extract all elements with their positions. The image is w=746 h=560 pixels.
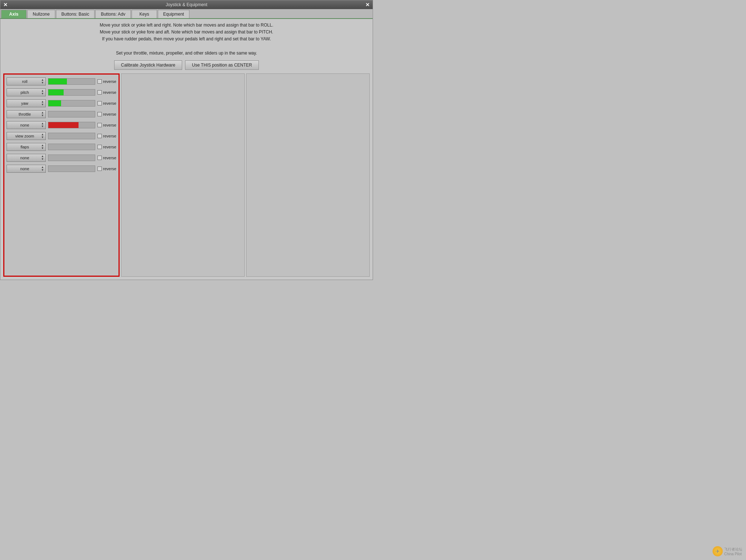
tab-equipment[interactable]: Equipment	[158, 10, 189, 18]
reverse-box-6: reverse	[97, 145, 116, 149]
axis-bar-container-8	[48, 165, 95, 172]
axis-select-arrows-8[interactable]: ▲▼	[41, 166, 44, 172]
reverse-checkbox-6[interactable]	[97, 145, 102, 149]
reverse-checkbox-8[interactable]	[97, 167, 102, 171]
axis-select-text-8: none	[8, 167, 41, 171]
axis-select-text-1: pitch	[8, 90, 41, 95]
axis-select-arrows-1[interactable]: ▲▼	[41, 89, 44, 95]
tab-bar: AxisNullzoneButtons: BasicButtons: AdvKe…	[0, 9, 373, 19]
axis-row-7: none▲▼reverse	[7, 153, 116, 163]
axis-select-arrows-3[interactable]: ▲▼	[41, 111, 44, 117]
reverse-box-1: reverse	[97, 90, 116, 95]
instructions: Move your stick or yoke left and right. …	[3, 22, 370, 57]
axis-select-4[interactable]: none▲▼	[7, 121, 46, 129]
axis-row-1: pitch▲▼reverse	[7, 88, 116, 97]
action-buttons: Calibrate Joystick Hardware Use THIS pos…	[3, 60, 370, 70]
axis-bar-container-3	[48, 111, 95, 117]
axis-select-text-0: roll	[8, 79, 41, 84]
reverse-label-3: reverse	[103, 112, 116, 116]
axis-select-text-7: none	[8, 156, 41, 160]
reverse-checkbox-5[interactable]	[97, 134, 102, 138]
axis-select-text-3: throttle	[8, 112, 41, 116]
axis-row-6: flaps▲▼reverse	[7, 142, 116, 152]
reverse-checkbox-2[interactable]	[97, 101, 102, 105]
reverse-box-8: reverse	[97, 167, 116, 171]
axis-select-text-6: flaps	[8, 145, 41, 149]
panel-center	[121, 73, 245, 277]
axis-select-8[interactable]: none▲▼	[7, 165, 46, 173]
tab-nullzone[interactable]: Nullzone	[27, 10, 55, 18]
axis-select-5[interactable]: view zoom▲▼	[7, 132, 46, 140]
axis-bar-1	[48, 89, 64, 95]
tab-buttons--adv[interactable]: Buttons: Adv	[95, 10, 131, 18]
reverse-label-4: reverse	[103, 123, 116, 127]
reverse-box-0: reverse	[97, 79, 116, 84]
reverse-label-5: reverse	[103, 134, 116, 138]
axis-select-arrows-6[interactable]: ▲▼	[41, 144, 44, 150]
close-left-icon[interactable]: ✕	[3, 2, 8, 8]
tab-buttons--basic[interactable]: Buttons: Basic	[56, 10, 95, 18]
close-right-icon[interactable]: ✕	[365, 2, 370, 8]
reverse-label-0: reverse	[103, 79, 116, 84]
axis-bar-container-0	[48, 78, 95, 85]
axis-select-arrows-0[interactable]: ▲▼	[41, 79, 44, 84]
instruction-line1: Move your stick or yoke left and right. …	[3, 22, 370, 29]
axis-bar-0	[48, 79, 67, 84]
reverse-label-6: reverse	[103, 145, 116, 149]
tab-axis[interactable]: Axis	[1, 10, 27, 18]
reverse-label-7: reverse	[103, 156, 116, 160]
tab-keys[interactable]: Keys	[132, 10, 157, 18]
content-area: Move your stick or yoke left and right. …	[0, 19, 373, 280]
axis-select-arrows-2[interactable]: ▲▼	[41, 100, 44, 106]
axis-row-0: roll▲▼reverse	[7, 77, 116, 86]
reverse-checkbox-4[interactable]	[97, 123, 102, 127]
reverse-label-2: reverse	[103, 101, 116, 105]
axis-select-arrows-7[interactable]: ▲▼	[41, 155, 44, 161]
reverse-box-4: reverse	[97, 123, 116, 127]
axis-select-6[interactable]: flaps▲▼	[7, 143, 46, 151]
reverse-checkbox-1[interactable]	[97, 90, 102, 95]
axis-row-3: throttle▲▼reverse	[7, 109, 116, 119]
axis-select-text-5: view zoom	[8, 134, 41, 138]
axis-bar-container-7	[48, 155, 95, 161]
axis-row-4: none▲▼reverse	[7, 120, 116, 130]
main-window: ✕ Joystick & Equipment ✕ AxisNullzoneBut…	[0, 0, 373, 280]
reverse-box-5: reverse	[97, 134, 116, 138]
reverse-box-7: reverse	[97, 156, 116, 160]
axis-bar-container-5	[48, 133, 95, 139]
axis-select-7[interactable]: none▲▼	[7, 154, 46, 162]
reverse-checkbox-7[interactable]	[97, 156, 102, 160]
instruction-line4: Set your throttle, mixture, propeller, a…	[3, 50, 370, 57]
instruction-line2: Move your stick or yoke fore and aft. No…	[3, 29, 370, 36]
axis-select-3[interactable]: throttle▲▼	[7, 110, 46, 118]
reverse-checkbox-0[interactable]	[97, 79, 102, 84]
axis-bar-container-4	[48, 122, 95, 128]
axis-select-text-2: yaw	[8, 101, 41, 105]
axis-panel: roll▲▼reversepitch▲▼reverseyaw▲▼reverset…	[3, 73, 120, 277]
axis-select-arrows-4[interactable]: ▲▼	[41, 122, 44, 128]
axis-select-2[interactable]: yaw▲▼	[7, 99, 46, 107]
window-title: Joystick & Equipment	[166, 2, 208, 7]
axis-select-1[interactable]: pitch▲▼	[7, 88, 46, 96]
axis-bar-container-1	[48, 89, 95, 96]
reverse-box-3: reverse	[97, 112, 116, 116]
center-button[interactable]: Use THIS position as CENTER	[185, 60, 259, 70]
title-bar-left: ✕	[3, 2, 8, 8]
axis-row-5: view zoom▲▼reverse	[7, 131, 116, 141]
calibrate-button[interactable]: Calibrate Joystick Hardware	[114, 60, 182, 70]
axis-select-text-4: none	[8, 123, 41, 127]
axis-row-2: yaw▲▼reverse	[7, 99, 116, 108]
axis-bar-container-2	[48, 100, 95, 107]
panels-row: roll▲▼reversepitch▲▼reverseyaw▲▼reverset…	[3, 73, 370, 277]
reverse-label-1: reverse	[103, 90, 116, 95]
instruction-line3: If you have rudder pedals, then move you…	[3, 36, 370, 43]
title-bar: ✕ Joystick & Equipment ✕	[0, 0, 373, 9]
reverse-checkbox-3[interactable]	[97, 112, 102, 116]
axis-bar-container-6	[48, 144, 95, 150]
reverse-box-2: reverse	[97, 101, 116, 105]
axis-select-arrows-5[interactable]: ▲▼	[41, 133, 44, 139]
axis-select-0[interactable]: roll▲▼	[7, 77, 46, 85]
axis-row-8: none▲▼reverse	[7, 164, 116, 173]
axis-bar-2	[48, 100, 61, 106]
panel-right	[246, 73, 370, 277]
